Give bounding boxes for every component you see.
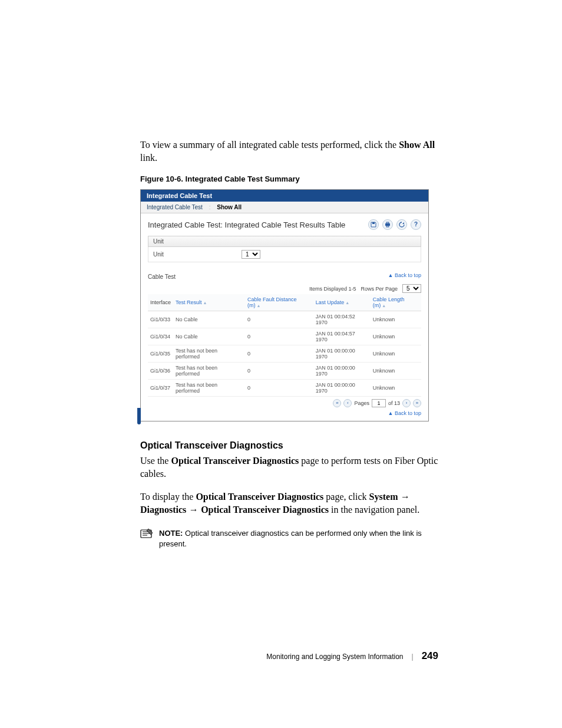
cell-update: JAN 01 00:00:00 1970 [313,345,371,363]
pager-of-total: of 13 [388,400,400,406]
help-icon[interactable]: ? [411,219,421,230]
optical-para-2: To display the Optical Transceiver Diagn… [140,490,438,516]
cell-interface: Gi1/0/34 [148,328,173,345]
subtab-integrated[interactable]: Integrated Cable Test [147,204,203,210]
results-tbody: Gi1/0/33 No Cable 0 JAN 01 00:04:52 1970… [148,311,421,397]
col-interface[interactable]: Interface [148,294,173,311]
unit-select[interactable]: 1 [242,250,260,259]
cable-test-section-header: Cable Test [148,272,388,282]
toolbar-icons: ? [368,219,421,230]
svg-rect-2 [386,222,389,223]
subtab-showall[interactable]: Show All [217,204,242,210]
pager-current-input[interactable] [372,399,386,407]
back-to-top-link-1[interactable]: ▲ Back to top [388,272,421,278]
footer-divider: | [412,653,414,661]
table-header-row: Interface Test Result▲ Cable Fault Dista… [148,294,421,311]
table-row: Gi1/0/34 No Cable 0 JAN 01 00:04:57 1970… [148,328,421,345]
col-test-result[interactable]: Test Result▲ [173,294,245,311]
p3-arrow1: → [398,492,409,502]
note-label: NOTE: [159,529,183,538]
p2-bold: Optical Transceiver Diagnostics [171,456,299,466]
cell-interface: Gi1/0/33 [148,311,173,328]
back-to-top-row-2: ▲ Back to top [148,410,421,416]
cell-length: Unknown [371,328,421,345]
pager-last-button[interactable]: » [413,399,421,407]
p2-pre: Use the [140,456,171,466]
cell-dist: 0 [245,363,313,380]
cell-result: Test has not been performed [173,363,245,380]
cell-update: JAN 01 00:00:00 1970 [313,380,371,397]
note-text: NOTE: Optical transceiver diagnostics ca… [159,528,438,549]
sort-icon: ▲ [203,301,207,305]
cell-result: No Cable [173,311,245,328]
cell-dist: 0 [245,311,313,328]
note-block: NOTE: Optical transceiver diagnostics ca… [140,528,438,549]
table-row: Gi1/0/37 Test has not been performed 0 J… [148,380,421,397]
panel-title: Integrated Cable Test: Integrated Cable … [148,220,345,229]
p3-p1: To display the [140,492,196,502]
pager-pages-label: Pages [354,400,369,406]
optical-para-1: Use the Optical Transceiver Diagnostics … [140,454,438,480]
section-heading: Optical Transceiver Diagnostics [140,440,438,451]
cell-dist: 0 [245,345,313,363]
subtab-separator: : [209,204,211,210]
p3-p2: page, click [323,492,369,502]
table-row: Gi1/0/35 Test has not been performed 0 J… [148,345,421,363]
cell-update: JAN 01 00:04:52 1970 [313,311,371,328]
p3-p3: in the navigation panel. [329,505,419,515]
unit-section-header: Unit [148,236,421,247]
cell-interface: Gi1/0/36 [148,363,173,380]
svg-rect-0 [372,222,375,224]
rows-per-page-select[interactable]: 5 [402,284,421,293]
cell-dist: 0 [245,328,313,345]
cell-dist: 0 [245,380,313,397]
pager-prev-button[interactable]: ‹ [343,399,352,407]
cell-length: Unknown [371,380,421,397]
intro-post: link. [140,153,157,163]
pager-next-button[interactable]: › [402,399,411,407]
col-test-result-label: Test Result [176,299,202,305]
window-tab-title: Integrated Cable Test [141,190,428,202]
cell-length: Unknown [371,363,421,380]
screenshot-frame: Integrated Cable Test Integrated Cable T… [140,189,429,421]
cell-update: JAN 01 00:00:00 1970 [313,363,371,380]
page-footer: Monitoring and Logging System Informatio… [140,650,438,662]
results-table: Interface Test Result▲ Cable Fault Dista… [148,294,421,397]
cell-length: Unknown [371,311,421,328]
figure-caption: Figure 10-6. Integrated Cable Test Summa… [140,174,438,183]
intro-pre: To view a summary of all integrated cabl… [140,140,399,150]
unit-label: Unit [153,251,242,258]
screenshot-body: Integrated Cable Test: Integrated Cable … [141,213,428,421]
save-icon[interactable] [368,219,379,230]
note-icon [140,528,153,539]
col-interface-label: Interface [150,299,171,305]
col-cable-length-label: Cable Length (m) [373,297,405,308]
cable-test-section-row: Cable Test ▲ Back to top [148,268,421,282]
pager: « ‹ Pages of 13 › » [148,399,421,407]
col-fault-distance[interactable]: Cable Fault Distance (m)▲ [245,294,313,311]
back-to-top-link-2[interactable]: ▲ Back to top [388,410,421,416]
document-page: To view a summary of all integrated cabl… [0,0,562,728]
screenshot-corner-accent [137,408,141,424]
sort-icon: ▲ [256,304,260,308]
intro-paragraph: To view a summary of all integrated cabl… [140,139,438,164]
refresh-icon[interactable] [396,219,407,230]
col-fault-distance-label: Cable Fault Distance (m) [247,297,297,308]
cell-update: JAN 01 00:04:57 1970 [313,328,371,345]
pager-first-button[interactable]: « [333,399,341,407]
cell-interface: Gi1/0/35 [148,345,173,363]
table-meta-row: Items Displayed 1-5 Rows Per Page 5 [148,284,421,293]
col-last-update-label: Last Update [316,299,345,305]
p3-b4: Optical Transceiver Diagnostics [201,505,329,515]
svg-rect-1 [385,223,390,226]
svg-rect-3 [386,226,389,227]
note-body: Optical transceiver diagnostics can be p… [159,529,422,548]
footer-page-number: 249 [422,650,438,662]
col-cable-length[interactable]: Cable Length (m)▲ [371,294,421,311]
print-icon[interactable] [382,219,393,230]
cell-interface: Gi1/0/37 [148,380,173,397]
col-last-update[interactable]: Last Update▲ [313,294,371,311]
table-row: Gi1/0/33 No Cable 0 JAN 01 00:04:52 1970… [148,311,421,328]
cell-result: No Cable [173,328,245,345]
cell-result: Test has not been performed [173,345,245,363]
